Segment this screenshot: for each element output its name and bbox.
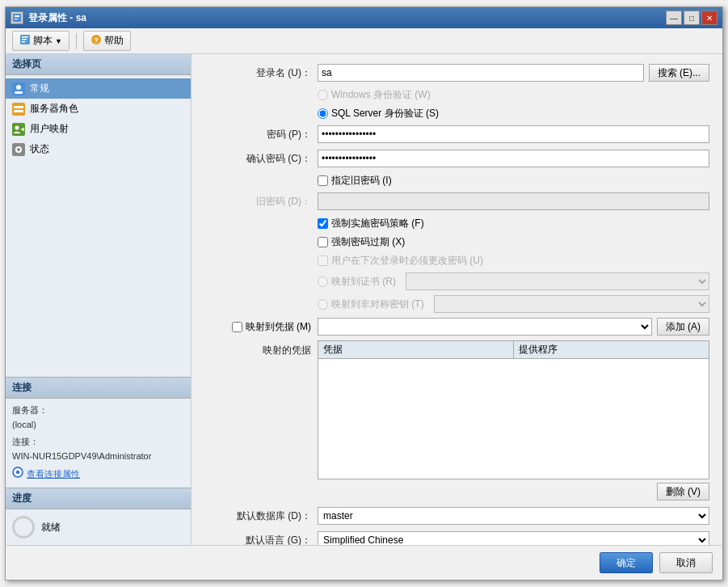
map-cert-radio[interactable]	[318, 277, 328, 287]
map-asymkey-label: 映射到非对称密钥 (T)	[331, 298, 424, 311]
delete-button[interactable]: 删除 (V)	[657, 483, 709, 500]
svg-rect-6	[22, 41, 25, 43]
default-db-select[interactable]: master	[318, 507, 709, 525]
server-label-row: 服务器：	[12, 403, 184, 418]
close-button[interactable]: ✕	[701, 11, 717, 25]
login-name-row: 登录名 (U)： 搜索 (E)...	[204, 64, 709, 82]
default-lang-label: 默认语言 (G)：	[204, 534, 318, 546]
sidebar-item-server-roles[interactable]: 服务器角色	[6, 99, 191, 119]
sidebar: 选择页 常规 服务器角色	[6, 54, 191, 545]
sidebar-nav: 常规 服务器角色 用户映射	[6, 75, 191, 163]
default-lang-row: 默认语言 (G)： Simplified Chinese	[204, 531, 709, 545]
map-credential-row: 映射到凭据 (M) 添加 (A)	[204, 318, 709, 336]
toolbar-separator	[76, 33, 77, 49]
map-cert-select[interactable]	[406, 272, 709, 290]
help-icon: ?	[90, 34, 102, 48]
search-button[interactable]: 搜索 (E)...	[649, 64, 709, 82]
toolbar: 脚本 ▼ ? 帮助	[6, 28, 722, 54]
link-icon	[12, 467, 23, 483]
svg-rect-12	[12, 103, 25, 116]
confirm-password-label: 确认密码 (C)：	[204, 152, 318, 166]
view-connection-link[interactable]: 查看连接属性	[12, 467, 184, 483]
connection-label: 连接：	[12, 437, 39, 446]
map-credential-label: 映射到凭据 (M)	[246, 320, 311, 334]
minimize-button[interactable]: —	[666, 11, 682, 25]
user-mapping-icon	[12, 123, 25, 136]
map-asymkey-row: 映射到非对称密钥 (T)	[318, 295, 709, 313]
confirm-password-input[interactable]	[318, 150, 709, 167]
svg-rect-14	[14, 110, 23, 112]
svg-rect-11	[15, 91, 23, 94]
svg-text:?: ?	[94, 36, 99, 44]
server-label: 服务器：	[12, 405, 48, 415]
svg-rect-5	[22, 39, 27, 40]
title-bar-left: 登录属性 - sa	[11, 11, 86, 25]
map-credential-checkbox[interactable]	[232, 322, 242, 332]
windows-auth-radio[interactable]	[318, 90, 328, 100]
help-label: 帮助	[104, 34, 124, 48]
credential-col1: 凭据	[318, 341, 514, 358]
title-buttons: — □ ✕	[666, 11, 717, 25]
map-cert-label: 映射到证书 (R)	[331, 275, 396, 289]
sidebar-item-user-mapping-label: 用户映射	[30, 122, 69, 136]
view-link-text: 查看连接属性	[27, 467, 80, 482]
default-lang-select[interactable]: Simplified Chinese	[318, 531, 709, 545]
map-asymkey-radio[interactable]	[318, 299, 328, 310]
specify-old-pwd-checkbox[interactable]	[318, 175, 328, 186]
maximize-button[interactable]: □	[684, 11, 700, 25]
svg-rect-0	[13, 14, 21, 22]
login-name-input[interactable]	[318, 64, 644, 82]
server-roles-icon	[12, 103, 25, 116]
connection-info: 服务器： (local) 连接： WIN-NUR15GDPV49\Adminis…	[6, 399, 191, 488]
main-window: 登录属性 - sa — □ ✕ 脚本 ▼ ? 帮助	[5, 6, 723, 581]
login-name-wrapper: 搜索 (E)...	[318, 64, 709, 82]
help-button[interactable]: ? 帮助	[83, 31, 131, 51]
connection-section: 连接 服务器： (local) 连接： WIN-NUR15GDPV49\Admi…	[6, 377, 191, 488]
credentials-table-row: 映射的凭据 凭据 提供程序	[204, 340, 709, 479]
map-credential-label-area: 映射到凭据 (M)	[204, 320, 318, 334]
windows-auth-label: Windows 身份验证 (W)	[331, 88, 431, 102]
windows-auth-row: Windows 身份验证 (W)	[318, 88, 709, 102]
enforce-policy-checkbox[interactable]	[318, 218, 328, 229]
credentials-table-header: 凭据 提供程序	[318, 341, 709, 359]
old-password-input[interactable]	[318, 192, 709, 210]
map-asymkey-select[interactable]	[434, 295, 709, 313]
connection-value: WIN-NUR15GDPV49\Administrator	[12, 450, 184, 464]
svg-rect-1	[15, 15, 19, 17]
progress-header: 进度	[6, 488, 191, 509]
enforce-expiry-label: 强制密码过期 (X)	[331, 235, 405, 249]
cancel-button[interactable]: 取消	[659, 552, 713, 573]
delete-btn-row: 删除 (V)	[318, 483, 709, 500]
connection-header: 连接	[6, 377, 191, 399]
enforce-expiry-checkbox[interactable]	[318, 237, 328, 247]
svg-point-10	[16, 85, 21, 90]
svg-rect-4	[22, 36, 28, 38]
script-button[interactable]: 脚本 ▼	[12, 31, 69, 51]
map-credential-select[interactable]	[318, 318, 652, 336]
svg-rect-13	[14, 106, 23, 108]
password-label: 密码 (P)：	[204, 128, 318, 141]
bottom-bar: 确定 取消	[6, 545, 722, 580]
must-change-label: 用户在下次登录时必须更改密码 (U)	[331, 254, 483, 268]
must-change-row: 用户在下次登录时必须更改密码 (U)	[318, 254, 709, 268]
connection-label-row: 连接：	[12, 435, 184, 450]
sidebar-item-user-mapping[interactable]: 用户映射	[6, 119, 191, 139]
credential-col2: 提供程序	[514, 341, 709, 358]
sidebar-item-status-label: 状态	[30, 142, 49, 156]
window-icon	[11, 11, 23, 24]
title-bar: 登录属性 - sa — □ ✕	[6, 7, 722, 28]
add-credential-button[interactable]: 添加 (A)	[657, 318, 709, 336]
credentials-table: 凭据 提供程序	[318, 340, 709, 479]
sql-auth-row: SQL Server 身份验证 (S)	[318, 107, 709, 120]
password-input[interactable]	[318, 125, 709, 143]
progress-content: 就绪	[6, 509, 191, 545]
progress-status: 就绪	[41, 521, 61, 534]
sql-auth-radio[interactable]	[318, 108, 328, 119]
sidebar-item-general[interactable]: 常规	[6, 78, 191, 99]
progress-spinner	[12, 516, 35, 538]
must-change-checkbox[interactable]	[318, 255, 328, 266]
sidebar-item-status[interactable]: 状态	[6, 139, 191, 159]
confirm-button[interactable]: 确定	[600, 552, 653, 573]
script-dropdown-icon: ▼	[55, 37, 62, 45]
old-password-row: 旧密码 (D)：	[204, 192, 709, 210]
